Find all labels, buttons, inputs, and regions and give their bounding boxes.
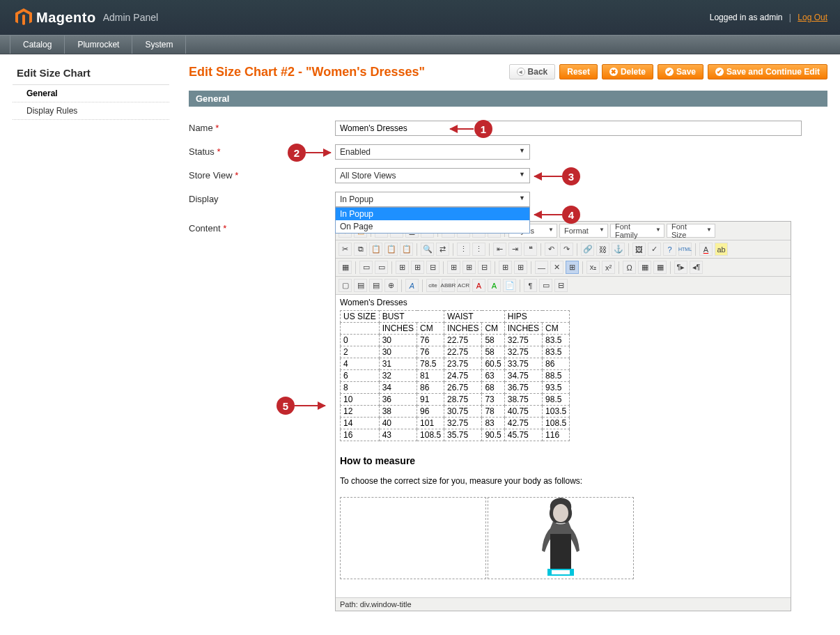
tb-copy-icon[interactable]: ⧉ <box>354 243 367 256</box>
tb-media-icon[interactable]: ▦ <box>638 261 651 274</box>
nav-plumrocket[interactable]: Plumrocket <box>65 36 132 54</box>
tb-acronym-icon[interactable]: ACR <box>457 279 470 292</box>
tb-abslayer-icon[interactable]: ⊕ <box>384 279 398 292</box>
tb-hr-icon[interactable]: — <box>535 261 548 274</box>
tb-fontsize-select[interactable]: Font Size <box>667 224 715 238</box>
tb-splitcells-icon[interactable]: ⊞ <box>499 261 512 274</box>
tb-cleanup-icon[interactable]: ✓ <box>648 243 661 256</box>
tb-layerback-icon[interactable]: ▤ <box>369 279 382 292</box>
table-row: 6328124.756334.7588.5 <box>341 370 570 382</box>
sidebar-item-display-rules[interactable]: Display Rules <box>13 102 169 120</box>
tb-link-icon[interactable]: 🔗 <box>581 243 594 256</box>
callout-2: 2 <box>288 144 306 162</box>
tb-rtl-icon[interactable]: ◂¶ <box>690 261 703 274</box>
section-heading: General <box>189 91 827 107</box>
header-account: Logged in as admin | Log Out <box>710 13 827 22</box>
tb-outdent-icon[interactable]: ⇤ <box>493 243 506 256</box>
editor-toolbar-row3: ▦ ▭ ▭ ⊞ ⊞ ⊟ ⊞ ⊞ ⊟ <box>336 259 791 277</box>
tb-sup-icon[interactable]: x² <box>602 261 615 274</box>
back-label: Back <box>528 67 548 77</box>
tb-cut-icon[interactable]: ✂ <box>339 243 352 256</box>
tb-undo-icon[interactable]: ↶ <box>545 243 558 256</box>
save-continue-button[interactable]: ✔Save and Continue Edit <box>708 64 827 79</box>
back-button[interactable]: ◂Back <box>509 64 556 79</box>
table-row: 1643108.535.7590.545.75116 <box>341 429 570 441</box>
delete-button[interactable]: ✖Delete <box>602 64 653 79</box>
table-row: 12389630.757840.75103.5 <box>341 406 570 418</box>
name-input[interactable] <box>335 121 802 136</box>
tb-backcolor-icon[interactable]: ab <box>715 243 728 256</box>
tb-rowdelete-icon[interactable]: ⊟ <box>426 261 440 274</box>
arrow-2 <box>306 152 331 153</box>
label-display: Display <box>189 192 335 204</box>
sidebar-item-general[interactable]: General <box>13 85 169 102</box>
logout-link[interactable]: Log Out <box>798 13 827 22</box>
tb-layer-icon[interactable]: ▢ <box>339 279 352 292</box>
arrow-3 <box>534 176 562 177</box>
tb-anchor-icon[interactable]: ⚓ <box>612 243 625 256</box>
tb-ol-icon[interactable]: ⋮ <box>472 243 485 256</box>
tb-blockquote-icon[interactable]: ❝ <box>524 243 537 256</box>
save-button[interactable]: ✔Save <box>658 64 703 79</box>
tb-media2-icon[interactable]: ▦ <box>653 261 667 274</box>
tb-nbsp-icon[interactable]: ▭ <box>539 279 552 292</box>
tb-ul-icon[interactable]: ⋮ <box>457 243 470 256</box>
tb-indent-icon[interactable]: ⇥ <box>508 243 522 256</box>
sidebar-title: Edit Size Chart <box>13 64 169 85</box>
tb-visualaid-icon[interactable]: ⊞ <box>566 261 579 274</box>
tb-pastetext-icon[interactable]: 📋 <box>384 243 398 256</box>
editor-content[interactable]: Women's Dresses US SIZE BUST WAIST HIPS <box>336 294 791 597</box>
tb-insertimage-icon[interactable]: 🖼 <box>632 243 646 256</box>
tb-removeformat-icon[interactable]: ✕ <box>550 261 563 274</box>
tb-del-icon[interactable]: A <box>472 279 485 292</box>
tb-mergecells-icon[interactable]: ⊞ <box>514 261 527 274</box>
tb-paste-icon[interactable]: 📋 <box>369 243 382 256</box>
tb-rowprops-icon[interactable]: ▭ <box>359 261 373 274</box>
tb-help-icon[interactable]: ? <box>663 243 676 256</box>
save-label: Save <box>676 67 696 77</box>
display-option-onpage[interactable]: On Page <box>336 220 529 233</box>
tb-rowafter-icon[interactable]: ⊞ <box>411 261 424 274</box>
tb-visualchars-icon[interactable]: ¶ <box>524 279 537 292</box>
editor-toolbar-row2: ✂ ⧉ 📋 📋 📋 🔍 ⇄ ⋮ ⋮ ⇤ <box>336 240 791 259</box>
tb-pasteword-icon[interactable]: 📋 <box>400 243 413 256</box>
tb-find-icon[interactable]: 🔍 <box>421 243 434 256</box>
tb-ltr-icon[interactable]: ¶▸ <box>674 261 687 274</box>
tb-layerfwd-icon[interactable]: ▤ <box>354 279 367 292</box>
magento-logo: Magento Admin Panel <box>15 8 158 26</box>
storeview-select[interactable]: All Store Views <box>335 168 530 183</box>
tb-charmap-icon[interactable]: Ω <box>623 261 636 274</box>
tb-table-icon[interactable]: ▦ <box>339 261 352 274</box>
tb-colafter-icon[interactable]: ⊞ <box>462 261 476 274</box>
display-option-inpopup[interactable]: In Popup <box>336 208 529 220</box>
tb-fontfamily-select[interactable]: Font Family <box>610 224 664 238</box>
tb-format-select[interactable]: Format <box>559 224 608 238</box>
tb-redo-icon[interactable]: ↷ <box>560 243 573 256</box>
tb-coldelete-icon[interactable]: ⊟ <box>478 261 491 274</box>
tb-ins-icon[interactable]: A <box>488 279 501 292</box>
tb-attribs-icon[interactable]: 📄 <box>503 279 516 292</box>
reset-button[interactable]: Reset <box>559 64 598 79</box>
tb-colbefore-icon[interactable]: ⊞ <box>447 261 460 274</box>
measure-images <box>340 497 786 579</box>
nav-catalog[interactable]: Catalog <box>10 36 65 54</box>
tb-rowbefore-icon[interactable]: ⊞ <box>396 261 409 274</box>
tb-cellprops-icon[interactable]: ▭ <box>375 261 388 274</box>
form: Name * 1 Status * Enabled 2 Store View * <box>189 107 827 611</box>
tb-unlink-icon[interactable]: ⛓ <box>596 243 609 256</box>
tb-sub-icon[interactable]: x₂ <box>586 261 600 274</box>
tb-pagebreak-icon[interactable]: ⊟ <box>554 279 568 292</box>
tb-cite-icon[interactable]: cite <box>426 279 440 292</box>
logged-in-label: Logged in as admin <box>710 13 783 22</box>
status-select[interactable]: Enabled <box>335 144 530 160</box>
person-illustration <box>522 497 599 579</box>
tb-forecolor-icon[interactable]: A <box>699 243 713 256</box>
display-select[interactable]: In Popup <box>335 192 530 207</box>
tb-styleprops-icon[interactable]: A <box>405 279 419 292</box>
nav-system[interactable]: System <box>132 36 186 54</box>
admin-header: Magento Admin Panel Logged in as admin |… <box>0 0 840 35</box>
svg-point-1 <box>553 504 568 522</box>
tb-html-icon[interactable]: HTML <box>678 243 692 256</box>
tb-abbr-icon[interactable]: ABBR <box>442 279 455 292</box>
tb-replace-icon[interactable]: ⇄ <box>436 243 449 256</box>
